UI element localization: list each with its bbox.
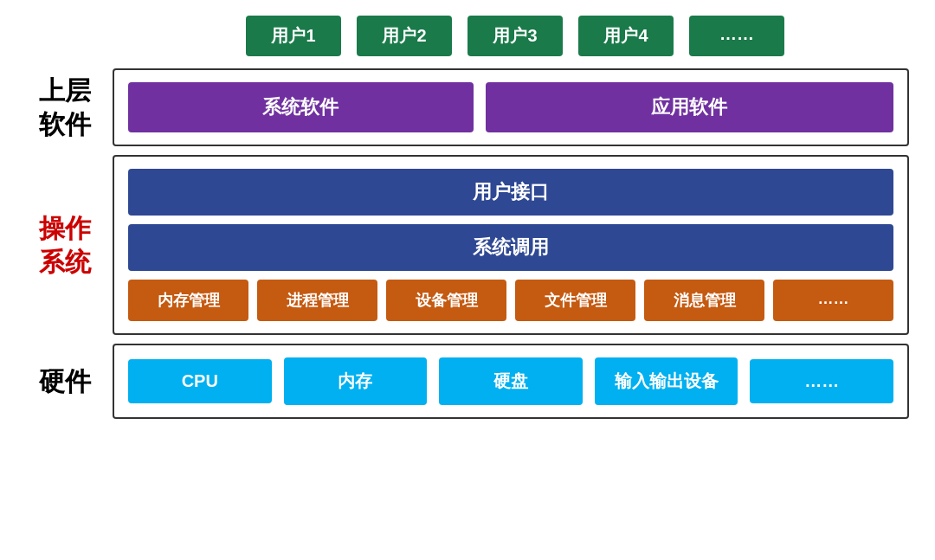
os-module-2: 设备管理 [386,280,506,321]
user-box-4: 用户4 [578,16,674,56]
hw-io: 输入输出设备 [595,357,738,405]
system-call-bar: 系统调用 [128,224,893,271]
user-interface-bar: 用户接口 [128,169,893,216]
os-module-4: 消息管理 [644,280,764,321]
hardware-modules-row: CPU 内存 硬盘 输入输出设备 …… [128,357,893,405]
os-module-5: …… [773,280,893,321]
hardware-section: 硬件 CPU 内存 硬盘 输入输出设备 …… [17,344,909,419]
os-label: 操作系统 [17,155,113,335]
user-row: 用户1 用户2 用户3 用户4 …… [17,16,909,56]
hw-more: …… [750,359,893,403]
system-software-box: 系统软件 [128,82,474,132]
os-section: 操作系统 用户接口 系统调用 内存管理 进程管理 设备管理 文件管理 消息管理 … [17,155,909,335]
software-row: 系统软件 应用软件 [128,82,893,132]
user-box-2: 用户2 [357,16,452,56]
os-module-1: 进程管理 [257,280,377,321]
architecture-diagram: 用户1 用户2 用户3 用户4 …… 上层软件 系统软件 应用软件 操作系统 用… [17,16,909,544]
app-software-box: 应用软件 [486,82,893,132]
hardware-content: CPU 内存 硬盘 输入输出设备 …… [113,344,909,419]
software-label: 上层软件 [17,68,113,146]
software-content: 系统软件 应用软件 [113,68,909,146]
user-box-3: 用户3 [468,16,563,56]
os-modules-row: 内存管理 进程管理 设备管理 文件管理 消息管理 …… [128,280,893,321]
os-module-0: 内存管理 [128,280,248,321]
hw-cpu: CPU [128,359,272,403]
os-module-3: 文件管理 [515,280,635,321]
user-box-more: …… [689,16,784,56]
hw-disk: 硬盘 [439,357,583,405]
user-box-1: 用户1 [246,16,341,56]
software-section: 上层软件 系统软件 应用软件 [17,68,909,146]
hardware-label: 硬件 [17,344,113,419]
hw-memory: 内存 [284,357,428,405]
os-content: 用户接口 系统调用 内存管理 进程管理 设备管理 文件管理 消息管理 …… [113,155,909,335]
